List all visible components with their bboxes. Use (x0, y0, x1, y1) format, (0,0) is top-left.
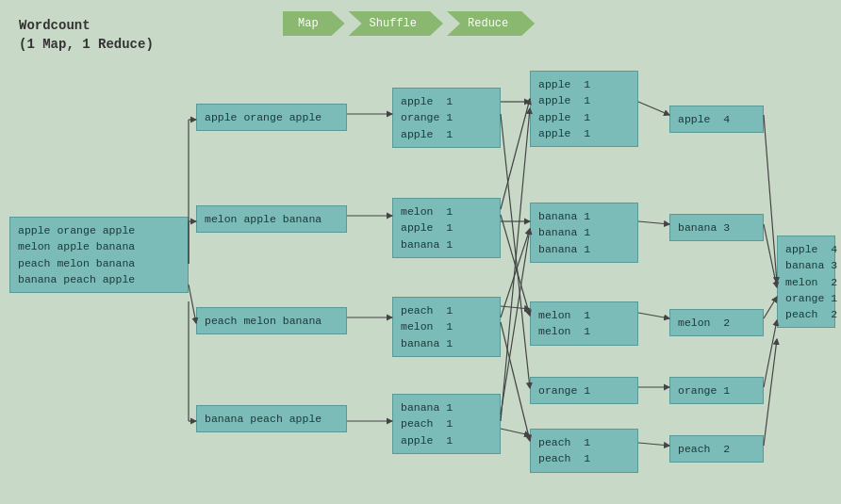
shuffle-4: peach 1 peach 1 (530, 429, 638, 473)
svg-line-21 (501, 429, 530, 435)
svg-line-16 (501, 229, 530, 317)
svg-line-15 (501, 215, 530, 316)
map-out-0: apple 1 orange 1 apple 1 (392, 88, 501, 148)
svg-line-17 (501, 306, 530, 309)
map-out-2: peach 1 melon 1 banana 1 (392, 297, 501, 357)
reduce-out-3: orange 1 (669, 377, 764, 404)
shuffle-1: banana 1 banana 1 banana 1 (530, 203, 638, 263)
svg-line-23 (638, 221, 669, 224)
reduce-out-2: melon 2 (669, 309, 764, 336)
svg-line-27 (764, 115, 777, 283)
phase-map: Map (283, 11, 345, 36)
title: Wordcount (1 Map, 1 Reduce) (19, 17, 154, 54)
phase-reduce: Reduce (447, 11, 535, 36)
svg-line-13 (501, 99, 530, 209)
svg-line-26 (638, 443, 669, 446)
final-output-box: apple 4 banana 3 melon 2 orange 1 peach … (777, 236, 835, 328)
svg-line-12 (501, 114, 530, 388)
svg-line-31 (764, 339, 777, 446)
map-out-3: banana 1 peach 1 apple 1 (392, 394, 501, 454)
svg-line-19 (501, 108, 530, 421)
shuffle-2: melon 1 melon 1 (530, 301, 638, 346)
reduce-out-0: apple 4 (669, 106, 764, 133)
svg-line-30 (764, 320, 777, 387)
svg-line-24 (638, 313, 669, 318)
svg-line-22 (638, 102, 669, 115)
phase-banner: Map Shuffle Reduce (283, 11, 538, 36)
shuffle-0: apple 1 apple 1 apple 1 apple 1 (530, 71, 638, 147)
svg-line-28 (764, 224, 777, 287)
reduce-out-4: peach 2 (669, 435, 764, 463)
phase-shuffle: Shuffle (349, 11, 443, 36)
svg-line-4 (189, 285, 196, 323)
split-box-0: apple orange apple (196, 104, 347, 131)
input-full-box: apple orange apple melon apple banana pe… (9, 217, 189, 293)
map-out-1: melon 1 apple 1 banana 1 (392, 198, 501, 258)
svg-line-18 (501, 322, 530, 441)
svg-line-20 (501, 229, 530, 415)
reduce-out-1: banana 3 (669, 214, 764, 241)
shuffle-3: orange 1 (530, 377, 638, 404)
split-box-3: banana peach apple (196, 405, 347, 432)
split-box-1: melon apple banana (196, 205, 347, 233)
split-box-2: peach melon banana (196, 307, 347, 334)
svg-line-29 (764, 297, 777, 318)
